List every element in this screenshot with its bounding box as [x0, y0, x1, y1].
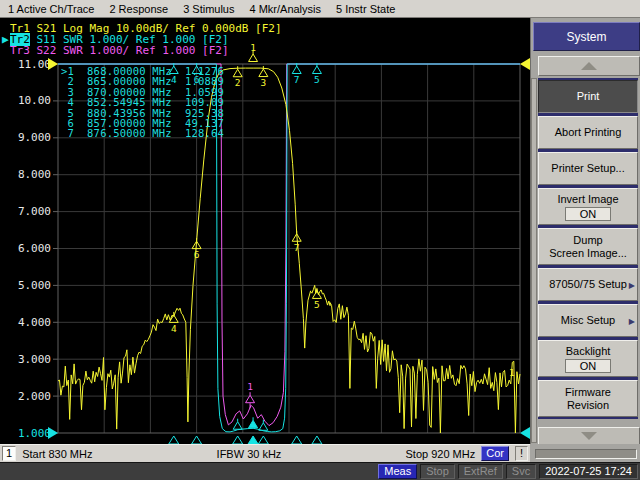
softkey-label: Print [577, 90, 600, 103]
softkey-label: Dump [573, 234, 602, 247]
softkey-label: Misc Setup [561, 314, 615, 327]
y-axis-label: 3.000 [18, 353, 51, 366]
marker-1-stimulus-triangle [248, 436, 258, 444]
softkey-printer-setup-button[interactable]: Printer Setup... [538, 152, 638, 185]
submenu-arrow-icon: ▶ [629, 278, 635, 291]
menu-item-4[interactable]: 4 Mkr/Analysis [249, 3, 321, 15]
instrument-screen: 11.0010.009.0008.0007.0006.0005.0004.000… [0, 18, 530, 444]
correction-status-badge: Cor [481, 446, 509, 461]
trace-status-tr3[interactable]: Tr3 S22 SWR 1.000/ Ref 1.000 [F2] [2, 45, 282, 56]
softkey-label: Abort Printing [555, 126, 622, 139]
meas-status-badge: Meas [378, 464, 417, 479]
marker-4-tr1-number: 4 [171, 323, 177, 334]
softkey-toggle-state: ON [565, 359, 612, 373]
start-frequency-label: Start 830 MHz [22, 448, 92, 460]
trace-status-lines: Tr1 S21 Log Mag 10.00dB/ Ref 0.000dB [F2… [2, 23, 282, 56]
trace-1-end-label: 1 [509, 367, 515, 378]
marker-6-stimulus-triangle [192, 436, 202, 444]
marker-3-tr1-number: 3 [260, 77, 266, 88]
svc-status-badge: Svc [506, 464, 536, 479]
y-axis-label: 4.000 [18, 316, 51, 329]
datetime-label: 2022-07-25 17:24 [539, 464, 638, 479]
channel-number-badge: 1 [2, 446, 16, 461]
marker-2-tr1-number: 2 [235, 77, 241, 88]
y-axis-label: 8.000 [18, 168, 51, 181]
marker-2-tr2-inband [233, 422, 242, 430]
tr2-ref-marker-left [48, 427, 58, 439]
instrument-status-bar: Meas Stop ExtRef Svc 2022-07-25 17:24 [0, 462, 640, 480]
y-axis-label: 10.00 [18, 94, 51, 107]
panel-lower-slot [535, 449, 637, 459]
softkey-backlight-button[interactable]: BacklightON [538, 340, 638, 377]
softkey-scroll-down-button[interactable] [538, 427, 640, 445]
y-axis-label: 2.000 [18, 390, 51, 403]
marker-1-tr2-inband [249, 420, 258, 428]
marker-6-tr1-number: 6 [194, 249, 200, 260]
panel-lower-strip [530, 444, 640, 462]
marker-5-stimulus-triangle [312, 436, 322, 444]
alert-badge: ! [515, 446, 528, 461]
marker-5-tr2-number: 5 [314, 74, 320, 85]
marker-7-tr1-number: 7 [294, 242, 300, 253]
softkey-toggle-state: ON [565, 207, 612, 221]
marker-table-row: 7 876.50000 MHz 128.64 [61, 128, 224, 138]
softkey-invert-image-button[interactable]: Invert ImageON [538, 188, 638, 225]
marker-5-tr1-number: 5 [314, 299, 320, 310]
marker-2-stimulus-triangle [233, 436, 243, 444]
marker-7-tr2 [292, 66, 301, 74]
softkey-print-button[interactable]: Print [538, 80, 638, 113]
trace-format-label: S22 SWR 1.000/ Ref 1.000 [F2] [30, 44, 229, 57]
marker-7-stimulus-triangle [292, 436, 302, 444]
marker-3-tr2-inband [259, 423, 268, 431]
y-axis-label: 1.000 [18, 427, 51, 440]
softkey-label: Backlight [566, 345, 611, 358]
channel-status-bar: 1 Start 830 MHz IFBW 30 kHz Stop 920 MHz… [0, 444, 530, 462]
stop-status-badge: Stop [420, 464, 455, 479]
softkey-panel: System PrintAbort PrintingPrinter Setup.… [530, 18, 640, 462]
extref-status-badge: ExtRef [458, 464, 503, 479]
marker-3-stimulus-triangle [258, 436, 268, 444]
softkey-abort-printing-button[interactable]: Abort Printing [538, 116, 638, 149]
softkey-label: Invert Image [557, 193, 618, 206]
menu-item-1[interactable]: 1 Active Ch/Trace [8, 3, 94, 15]
softkey-firmware-revision-button[interactable]: FirmwareRevision [538, 380, 638, 417]
y-axis-label: 6.000 [18, 242, 51, 255]
marker-1-tr3-number: 1 [247, 381, 253, 392]
softkey-menu-title[interactable]: System [533, 22, 640, 51]
stop-frequency-label: Stop 920 MHz [406, 448, 476, 460]
menu-item-5[interactable]: 5 Instr State [336, 3, 395, 15]
y-axis-label: 5.000 [18, 279, 51, 292]
marker-3-tr1 [259, 69, 268, 77]
marker-2-tr1 [233, 69, 242, 77]
softkey-label: Screen Image... [549, 247, 627, 260]
trace-arrow-spacer [2, 45, 10, 56]
arrow-down-icon [581, 432, 597, 440]
y-axis-label: 11.00 [18, 58, 51, 71]
menu-item-3[interactable]: 3 Stimulus [183, 3, 234, 15]
menu-bar: 1 Active Ch/Trace2 Response3 Stimulus4 M… [0, 0, 640, 18]
tr2-ref-marker-right [520, 427, 530, 439]
softkey-87050-75-setup-button[interactable]: 87050/75 Setup▶ [538, 268, 638, 301]
analyzer-window: 1 Active Ch/Trace2 Response3 Stimulus4 M… [0, 0, 640, 480]
marker-table: >1 868.00000 MHz 1.1276 2 865.00000 MHz … [61, 66, 224, 139]
softkey-dump-screen-image-button[interactable]: DumpScreen Image... [538, 228, 638, 265]
marker-4-stimulus-triangle [169, 436, 179, 444]
tr1-ref-marker-right [520, 58, 530, 70]
softkey-misc-setup-button[interactable]: Misc Setup▶ [538, 304, 638, 337]
marker-5-tr2 [312, 66, 321, 74]
softkey-label: Firmware [565, 386, 611, 399]
softkey-button-stack: PrintAbort PrintingPrinter Setup...Inver… [538, 78, 638, 419]
marker-7-tr2-number: 7 [294, 74, 300, 85]
softkey-label: Revision [567, 399, 609, 412]
ifbw-label: IFBW 30 kHz [217, 448, 282, 460]
softkey-scrollbar[interactable] [531, 78, 537, 443]
trace-id-label: Tr3 [10, 44, 30, 57]
menu-item-2[interactable]: 2 Response [109, 3, 168, 15]
softkey-label: 87050/75 Setup [549, 278, 627, 291]
softkey-scroll-up-button[interactable] [538, 56, 640, 76]
arrow-up-icon [581, 62, 597, 70]
y-axis-label: 9.000 [18, 131, 51, 144]
y-axis-label: 7.000 [18, 205, 51, 218]
softkey-label: Printer Setup... [551, 162, 624, 175]
tr1-ref-marker-left [48, 58, 58, 70]
